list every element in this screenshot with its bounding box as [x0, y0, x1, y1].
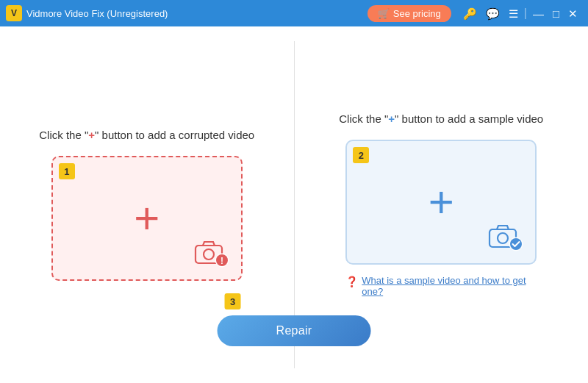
- add-sample-plus-icon: +: [429, 180, 454, 224]
- right-plus-text: +: [388, 112, 395, 125]
- titlebar-separator: |: [524, 7, 527, 20]
- sample-video-dropzone[interactable]: 2 +: [345, 140, 537, 265]
- svg-point-1: [204, 249, 214, 259]
- svg-text:!: !: [220, 256, 223, 266]
- step-badge-1: 1: [59, 163, 75, 179]
- menu-icon-button[interactable]: ☰: [504, 7, 523, 21]
- step-badge-3: 3: [225, 293, 241, 309]
- repair-button[interactable]: Repair: [218, 315, 371, 346]
- help-circle-icon: ❓: [345, 276, 358, 287]
- step-badge-2: 2: [353, 147, 369, 163]
- see-pricing-button[interactable]: 🛒 See pricing: [368, 5, 451, 22]
- titlebar: V Vidmore Video Fix (Unregistered) 🛒 See…: [0, 0, 588, 26]
- minimize-button[interactable]: —: [528, 7, 548, 21]
- cart-icon: 🛒: [378, 8, 390, 19]
- main-content: Click the "+" button to add a corrupted …: [0, 26, 588, 383]
- chat-icon-button[interactable]: 💬: [481, 7, 504, 21]
- help-link-container: ❓ What is a sample video and how to get …: [345, 275, 537, 297]
- corrupted-video-dropzone[interactable]: 1 + !: [51, 156, 243, 281]
- sample-video-help-link[interactable]: What is a sample video and how to get on…: [362, 275, 537, 297]
- sample-camera-icon: [487, 222, 525, 254]
- svg-point-8: [510, 238, 522, 250]
- left-plus-text: +: [88, 129, 95, 141]
- corrupted-camera-icon: !: [193, 238, 231, 271]
- key-icon-button[interactable]: 🔑: [459, 7, 481, 21]
- right-panel-label: Click the "+" button to add a sample vid…: [339, 112, 543, 125]
- repair-area: 3 Repair: [218, 293, 371, 346]
- app-logo: V: [6, 5, 22, 21]
- svg-point-6: [498, 233, 508, 243]
- maximize-button[interactable]: □: [548, 7, 564, 21]
- app-title: Vidmore Video Fix (Unregistered): [26, 8, 368, 19]
- left-panel-label: Click the "+" button to add a corrupted …: [39, 129, 254, 141]
- close-button[interactable]: ✕: [564, 7, 582, 21]
- add-corrupted-plus-icon: +: [134, 196, 159, 240]
